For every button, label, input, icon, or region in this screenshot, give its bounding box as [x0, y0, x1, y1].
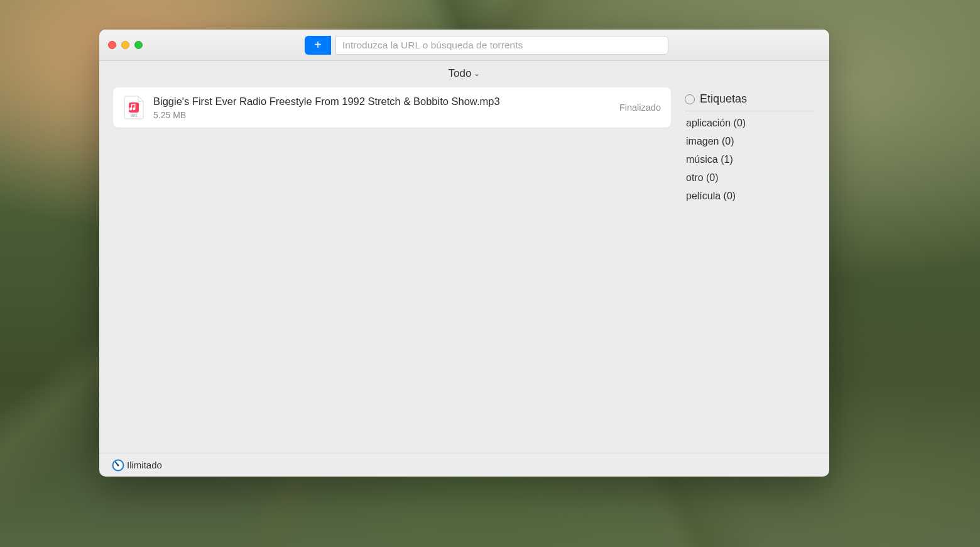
tag-pelicula[interactable]: película (0)	[686, 191, 814, 202]
content-area: MP3 Biggie's First Ever Radio Freestyle …	[99, 86, 829, 453]
svg-text:MP3: MP3	[131, 114, 138, 118]
window-controls	[108, 41, 143, 49]
tags-sidebar: Etiquetas aplicación (0) imagen (0) músi…	[685, 86, 829, 453]
app-window: + Todo ⌄ MP3 Biggie's First Ever	[99, 30, 829, 477]
search-input[interactable]	[335, 36, 668, 55]
chevron-down-icon: ⌄	[474, 69, 480, 78]
minimize-button[interactable]	[121, 41, 129, 49]
download-item-title: Biggie's First Ever Radio Freestyle From…	[153, 95, 611, 108]
tag-list: aplicación (0) imagen (0) música (1) otr…	[685, 118, 814, 202]
plus-icon: +	[314, 38, 322, 52]
tag-musica[interactable]: música (1)	[686, 154, 814, 165]
download-item-size: 5.25 MB	[153, 110, 611, 120]
svg-point-3	[117, 464, 119, 466]
statusbar: Ilimitado	[99, 453, 829, 477]
download-item-info: Biggie's First Ever Radio Freestyle From…	[153, 95, 611, 119]
speedometer-icon[interactable]	[112, 459, 124, 472]
titlebar: +	[99, 30, 829, 61]
mp3-file-icon: MP3	[123, 95, 144, 120]
tag-otro[interactable]: otro (0)	[686, 172, 814, 184]
downloads-list: MP3 Biggie's First Ever Radio Freestyle …	[99, 86, 685, 453]
tag-imagen[interactable]: imagen (0)	[686, 136, 814, 147]
download-item-status: Finalizado	[619, 102, 661, 113]
sidebar-title: Etiquetas	[700, 92, 747, 106]
circle-icon	[685, 94, 695, 104]
sidebar-header[interactable]: Etiquetas	[685, 92, 814, 111]
filter-dropdown[interactable]: Todo ⌄	[99, 61, 829, 86]
add-button[interactable]: +	[305, 36, 331, 55]
maximize-button[interactable]	[134, 41, 143, 49]
close-button[interactable]	[108, 41, 116, 49]
download-item[interactable]: MP3 Biggie's First Ever Radio Freestyle …	[113, 87, 671, 128]
tag-aplicacion[interactable]: aplicación (0)	[686, 118, 814, 129]
filter-label: Todo	[449, 67, 472, 80]
speed-limit-label[interactable]: Ilimitado	[127, 460, 162, 470]
